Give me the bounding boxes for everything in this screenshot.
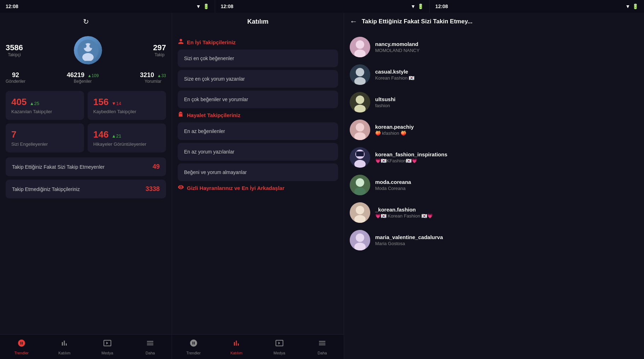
btn-least-liked-label: En az beğenilenler — [184, 128, 225, 134]
user-avatar-nancy — [350, 37, 370, 57]
user-name-ultsushi: ultsushi — [375, 96, 638, 102]
battery-icon-2: 🔋 — [418, 4, 424, 9]
posts-stat: 92 Gönderiler — [6, 71, 25, 84]
user-item-nancy[interactable]: nancy.momoland MOMOLAND NANCY — [344, 33, 644, 61]
btn-no-likes-comments[interactable]: Beğeni ve yorum almayanlar — [178, 163, 338, 181]
btn-most-commented-label: Size en çok yorum yazanlar — [184, 76, 245, 82]
btn-most-likes-comments-label: En çok beğeniler ve yorumlar — [184, 97, 248, 102]
svg-point-6 — [356, 40, 364, 49]
user-name-kfashion: _korean.fashion — [375, 207, 638, 213]
btn-most-commented[interactable]: Size en çok yorum yazanlar — [178, 70, 338, 88]
user-item-ultsushi[interactable]: ultsushi fashion — [344, 88, 644, 116]
avatar — [74, 36, 102, 64]
not-following-value: 3338 — [146, 185, 160, 193]
nav-katilim-2[interactable]: Katılım — [215, 339, 258, 355]
not-following-back-label: Takip Ettiğiniz Fakat Sizi Takip Etmeyen… — [12, 164, 105, 170]
nav-trendler-1[interactable]: Trendler — [0, 339, 43, 355]
wifi-icon-3: ▼ — [625, 4, 630, 9]
battery-icon-1: 🔋 — [203, 4, 209, 9]
nav-trendler-2[interactable]: Trendler — [172, 339, 215, 355]
gained-label: Kazanılan Takipçiler — [11, 109, 78, 114]
followers-count: 3586 — [6, 43, 23, 52]
btn-most-likes-comments[interactable]: En çok beğeniler ve yorumlar — [178, 91, 338, 108]
svg-point-12 — [356, 95, 364, 104]
katilim-label-2: Katılım — [230, 351, 242, 355]
not-following-row[interactable]: Takip Etmediğiniz Takipçileriniz 3338 — [6, 180, 166, 198]
user-avatar-casual — [350, 64, 370, 85]
trendler-label-2: Trendler — [186, 351, 201, 355]
user-avatar-moda — [350, 175, 370, 195]
cards-grid: 405 ▲25 Kazanılan Takipçiler 156 ▼14 Kay… — [6, 91, 166, 152]
takip-header: ← Takip Ettiğiniz Fakat Sizi Takiп Etmey… — [344, 13, 644, 30]
card-gained-followers[interactable]: 405 ▲25 Kazanılan Takipçiler — [6, 91, 84, 120]
following-count: 297 — [153, 43, 166, 52]
bottom-nav-2: Trendler Katılım Medya Daha — [172, 334, 344, 359]
user-info-nancy: nancy.momoland MOMOLAND NANCY — [375, 41, 638, 53]
panel-katilim: Katılım En İyi Takipçileriniz Sizi en ço… — [172, 13, 344, 359]
katilim-icon-1 — [60, 339, 69, 349]
user-info-maria: maria_valentine_cadalurva Maria Gostosa — [375, 234, 638, 246]
user-avatar-ultsushi — [350, 92, 370, 112]
wifi-icon-2: ▼ — [410, 4, 415, 9]
btn-most-liked-label: Sizi en çok beğenenler — [184, 56, 234, 61]
user-sub-moda: Moda Coreana — [375, 186, 638, 191]
ghost-icon — [178, 111, 184, 119]
user-item-casual[interactable]: casual.kstyle Korean Fashion 🇰🇷 — [344, 61, 644, 88]
btn-no-likes-comments-label: Beğeni ve yorum almayanlar — [184, 169, 247, 175]
back-button[interactable]: ← — [350, 17, 358, 26]
daha-label-1: Daha — [146, 351, 155, 355]
svg-rect-20 — [356, 151, 364, 156]
user-item-maria[interactable]: maria_valentine_cadalurva Maria Gostosa — [344, 226, 644, 254]
user-item-peachiy[interactable]: korean.peachiy 🍑 kfashion 🍑 — [344, 116, 644, 144]
card-story-viewers[interactable]: 146 ▲21 Hikayeler Görüntüleyenler — [88, 123, 166, 152]
not-following-back-value: 49 — [153, 163, 160, 170]
svg-point-28 — [356, 233, 364, 242]
medya-icon-1 — [103, 339, 112, 349]
nav-medya-1[interactable]: Medya — [86, 339, 129, 355]
bottom-nav-1: Trendler Katılım Medya Daha — [0, 334, 172, 359]
panel-takip: ← Takip Ettiğiniz Fakat Sizi Takiп Etmey… — [344, 13, 644, 359]
user-info-kfi: korean_fashion_inspirations 💗🇰🇷KFashion🇰… — [375, 151, 638, 163]
panel-profile: ↻ 3586 Takipçi — [0, 13, 172, 359]
section-ghost-followers: Hayalet Takipçileriniz — [178, 111, 338, 119]
user-info-peachiy: korean.peachiy 🍑 kfashion 🍑 — [375, 124, 638, 136]
user-item-moda[interactable]: moda.coreana Moda Coreana — [344, 171, 644, 199]
katilim-title: Katılım — [247, 18, 268, 25]
user-sub-kfi: 💗🇰🇷KFashion🇰🇷💗 — [375, 158, 638, 163]
btn-least-commented[interactable]: En az yorum yazılanlar — [178, 143, 338, 161]
trendler-icon-2 — [189, 339, 198, 349]
user-avatar-maria — [350, 230, 370, 250]
card-lost-followers[interactable]: 156 ▼14 Kaybedilen Takipçiler — [88, 91, 166, 120]
followers-stat: 3586 Takipçi — [6, 43, 23, 57]
nav-daha-2[interactable]: Daha — [301, 339, 344, 355]
user-item-kfi[interactable]: korean_fashion_inspirations 💗🇰🇷KFashion🇰… — [344, 144, 644, 171]
following-stat: 297 Takip — [153, 43, 166, 57]
section-secret-fans: Gizli Hayranlarınız ve En İyi Arkadaşlar — [178, 184, 338, 192]
nav-daha-1[interactable]: Daha — [129, 339, 172, 355]
daha-label-2: Daha — [318, 351, 327, 355]
svg-point-15 — [356, 123, 364, 132]
user-name-maria: maria_valentine_cadalurva — [375, 234, 638, 240]
profile-top: 3586 Takipçi — [6, 36, 166, 64]
btn-least-liked[interactable]: En az beğenilenler — [178, 122, 338, 140]
time-3: 12:08 — [435, 4, 448, 9]
user-name-kfi: korean_fashion_inspirations — [375, 151, 638, 157]
followers-label: Takipçi — [6, 52, 23, 57]
status-bar-3: 12:08 ▼ 🔋 — [429, 0, 644, 13]
user-item-kfashion[interactable]: _korean.fashion 💗🇰🇷 Korean Fashion 🇰🇷💗 — [344, 199, 644, 226]
time-1: 12:08 — [6, 4, 18, 9]
section-secret-title: Gizli Hayranlarınız ve En İyi Arkadaşlar — [187, 185, 284, 191]
nav-katilim-1[interactable]: Katılım — [43, 339, 86, 355]
gained-change: ▲25 — [30, 101, 39, 106]
medya-icon-2 — [275, 339, 284, 349]
svg-point-4 — [89, 44, 94, 48]
daha-icon-1 — [146, 339, 154, 349]
btn-most-liked[interactable]: Sizi en çok beğenenler — [178, 50, 338, 67]
refresh-icon[interactable]: ↻ — [83, 17, 89, 26]
story-label: Hikayeler Görüntüleyenler — [93, 141, 160, 147]
svg-point-3 — [82, 44, 87, 48]
user-sub-peachiy: 🍑 kfashion 🍑 — [375, 131, 638, 136]
not-following-back-row[interactable]: Takip Ettiğiniz Fakat Sizi Takip Etmeyen… — [6, 157, 166, 176]
card-blockers[interactable]: 7 Sizi Engelleyenler — [6, 123, 84, 152]
nav-medya-2[interactable]: Medya — [258, 339, 301, 355]
